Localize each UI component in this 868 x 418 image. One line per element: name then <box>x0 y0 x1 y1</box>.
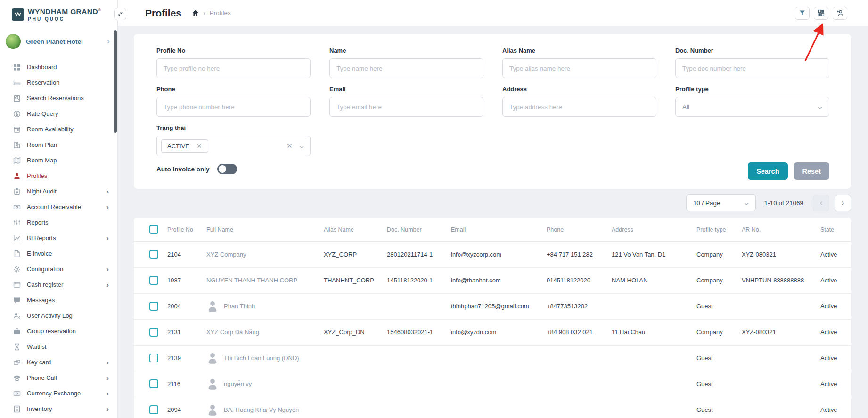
row-checkbox[interactable] <box>149 405 158 414</box>
sidebar-item-account-receivable[interactable]: Account Receivable› <box>0 199 117 215</box>
chevron-down-icon: ⌄ <box>298 143 305 149</box>
chevron-down-icon: ⌄ <box>816 104 824 110</box>
doc-number-input[interactable] <box>675 58 829 78</box>
add-profile-button[interactable] <box>833 7 847 20</box>
row-checkbox[interactable] <box>149 276 158 285</box>
sidebar-item-search-reservations[interactable]: Search Reservations <box>0 90 117 106</box>
filter-button[interactable] <box>795 7 810 20</box>
dollar-icon <box>13 110 21 118</box>
sidebar-item-rate-query[interactable]: Rate Query <box>0 106 117 121</box>
hotel-selector[interactable]: Green Planet Hotel › <box>0 29 117 54</box>
chevron-right-icon: › <box>106 203 109 211</box>
guest-avatar <box>206 352 219 364</box>
cell-ar-no: VNHPTUN-888888888 <box>742 267 820 293</box>
sidebar-collapse-button[interactable] <box>114 8 126 20</box>
col-email: Email <box>451 218 547 241</box>
sidebar-item-profiles[interactable]: Profiles <box>0 168 117 184</box>
brand-logo-icon <box>12 8 24 21</box>
select-all-checkbox[interactable] <box>149 225 158 234</box>
cell-email: thinhphan71205@gmail.com <box>451 293 547 319</box>
cell-doc-number <box>387 293 451 319</box>
profile-name-link[interactable]: Thi Bich Loan Luong (DND) <box>206 352 324 364</box>
sidebar-item-reports[interactable]: Reports <box>0 215 117 230</box>
row-checkbox[interactable] <box>149 354 158 362</box>
sidebar-item-user-activity-log[interactable]: User Activity Log <box>0 308 117 323</box>
sidebar-item-label: Key card <box>27 359 100 366</box>
row-checkbox[interactable] <box>149 328 158 337</box>
email-input[interactable] <box>329 97 483 117</box>
cell-state: Active <box>820 397 851 418</box>
sidebar-item-room-plan[interactable]: Room Plan <box>0 137 117 153</box>
sidebar-item-label: Room Availability <box>27 126 109 133</box>
sidebar-item-label: Messages <box>27 297 109 304</box>
row-checkbox[interactable] <box>149 379 158 388</box>
search-button[interactable]: Search <box>748 162 787 180</box>
page-size-select[interactable]: 10 / Page ⌄ <box>686 194 756 211</box>
sidebar-item-inventory[interactable]: Inventory› <box>0 401 117 417</box>
profile-name-link[interactable]: XYZ Company <box>206 251 324 258</box>
clipboard-icon <box>13 188 21 195</box>
row-checkbox[interactable] <box>149 250 158 259</box>
chevron-right-icon: › <box>106 374 109 382</box>
status-multiselect[interactable]: ACTIVE ✕ ✕ ⌄ <box>156 136 311 156</box>
sidebar-item-room-map[interactable]: Room Map <box>0 153 117 168</box>
profile-no-input[interactable] <box>156 58 311 78</box>
sidebar-item-reservation[interactable]: Reservation <box>0 75 117 90</box>
filter-label-profile-type: Profile type <box>675 86 829 93</box>
sidebar-item-label: Room Map <box>27 157 109 164</box>
reset-button[interactable]: Reset <box>794 162 830 180</box>
sidebar-item-label: Reservation <box>27 79 109 86</box>
next-page-button[interactable]: › <box>835 195 851 211</box>
cell-address: NAM HOI AN <box>612 267 696 293</box>
profile-name-link[interactable]: XYZ Corp Đà Nẵng <box>206 329 324 336</box>
cell-email <box>451 371 547 397</box>
sidebar-item-waitlist[interactable]: Waitlist <box>0 339 117 354</box>
sidebar-item-cash-register[interactable]: Cash register› <box>0 277 117 292</box>
row-checkbox[interactable] <box>149 302 158 311</box>
sidebar-item-group-reservation[interactable]: Group reservation <box>0 323 117 339</box>
cell-profile-no: 2116 <box>167 371 206 397</box>
table-row: 2104XYZ CompanyXYZ_CORP280120211714-1inf… <box>134 241 851 267</box>
filter-panel: Profile No Name Alias Name Doc. Number <box>134 34 851 189</box>
name-input[interactable] <box>329 58 483 78</box>
profile-name-link[interactable]: NGUYEN THANH THANH CORP <box>206 277 324 284</box>
sidebar-item-e-invoice[interactable]: E-invoice <box>0 246 117 261</box>
sidebar-item-messages[interactable]: Messages <box>0 292 117 308</box>
sidebar-item-night-audit[interactable]: Night Audit› <box>0 184 117 199</box>
sidebar: WYNDHAM GRAND® PHU QUOC Green Planet Hot… <box>0 0 118 418</box>
cell-alias-name: THANHNT_CORP <box>324 267 387 293</box>
remove-tag-icon[interactable]: ✕ <box>197 142 202 150</box>
sidebar-item-currency-exchange[interactable]: Currency Exchange› <box>0 386 117 401</box>
page-title: Profiles <box>145 8 181 19</box>
card-view-button[interactable] <box>814 7 828 20</box>
profile-type-select[interactable]: All ⌄ <box>675 97 829 117</box>
topbar-actions <box>795 7 847 20</box>
profile-name-link[interactable]: BA. Hoang Khai Vy Nguyen <box>206 403 324 416</box>
auto-invoice-label: Auto invoice only <box>156 166 210 173</box>
card-view-icon <box>817 9 825 17</box>
filter-label-doc-number: Doc. Number <box>675 47 829 54</box>
auto-invoice-toggle[interactable] <box>217 164 237 174</box>
phone-input[interactable] <box>156 97 311 117</box>
sidebar-item-key-card[interactable]: Key card› <box>0 354 117 370</box>
sidebar-item-room-availability[interactable]: Room Availability <box>0 121 117 137</box>
sidebar-item-phone-call[interactable]: Phone Call› <box>0 370 117 386</box>
profile-name-link[interactable]: Phan Thinh <box>206 300 324 313</box>
cell-email <box>451 345 547 371</box>
table-row: 2094BA. Hoang Khai Vy NguyenGuestActive <box>134 397 851 418</box>
profile-name-link[interactable]: nguyễn vy <box>206 378 324 390</box>
prev-page-button[interactable]: ‹ <box>813 195 829 211</box>
sidebar-scrollbar[interactable] <box>114 30 117 133</box>
sidebar-item-dashboard[interactable]: Dashboard <box>0 59 117 75</box>
cell-ar-no <box>742 397 820 418</box>
sidebar-item-bi-reports[interactable]: BI Reports› <box>0 230 117 246</box>
chevron-right-icon: › <box>106 281 109 289</box>
clear-select-icon[interactable]: ✕ <box>287 142 293 150</box>
sidebar-item-configuration[interactable]: Configuration› <box>0 261 117 277</box>
sidebar-item-label: Phone Call <box>27 374 100 381</box>
alias-name-input[interactable] <box>502 58 656 78</box>
address-input[interactable] <box>502 97 656 117</box>
filter-label-address: Address <box>502 86 656 93</box>
home-icon[interactable] <box>192 9 199 16</box>
cell-full-name: nguyễn vy <box>206 371 324 397</box>
